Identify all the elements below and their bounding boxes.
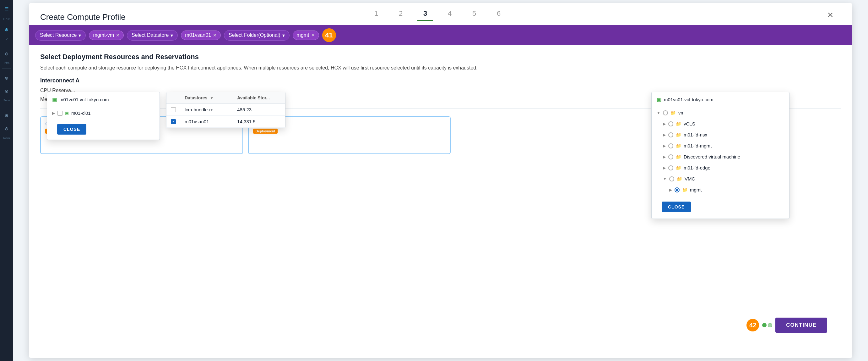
folder-icon-mgmt: 📁 [682,188,687,192]
panel-resource-vc: m01vc01.vcf-tokyo.com [59,97,109,102]
sidebar-icon-serv1[interactable]: ⊛ [1,72,12,84]
folder-item-edge[interactable]: ▶ 📁 m01-fd-edge [652,162,789,173]
folder-label-mgmt-fd: m01-fd-mgmt [684,143,712,148]
chevron-right-vcls: ▶ [663,122,666,126]
ds-col-check [166,92,180,104]
chevron-down-vmc: ▼ [663,177,667,181]
ds-name-1: m01vsan01 [180,116,233,128]
modal-container: Create Compute Profile 1 2 3 [13,0,868,361]
folder-label-discovered: Discovered virtual machine [684,154,740,160]
folder-item-vmc[interactable]: ▼ 📁 VMC [652,173,789,184]
ds-col-name: Datastores ▼ [180,92,233,104]
sidebar-icon-infra[interactable]: ⊙ [1,48,12,59]
sidebar: ☰ HCX ⊕ D ⊙ Infra ⊛ ⊗ Servi ⊕ ⊙ Syste [0,0,13,361]
tree-item-cluster[interactable]: ▶ ▣ m01-cl01 [47,107,159,119]
folder-icon-vmc: 📁 [677,176,682,182]
viz-badge-2: Deployment [253,129,278,134]
ds-row-0[interactable]: lcm-bundle-re... 485.23 [166,104,285,116]
stepper: 1 2 3 4 5 [368,9,506,25]
folder-radio-mgmt[interactable] [675,188,680,192]
ds-name-0: lcm-bundle-re... [180,104,233,116]
chevron-down-vm: ▼ [657,111,660,115]
chevron-down-icon-3: ▾ [282,32,285,38]
ds-checkbox-1[interactable]: ✓ [171,119,176,124]
sidebar-label-infra: Infra [4,61,9,64]
folder-icon-vcls: 📁 [676,121,681,127]
folder-item-vcls[interactable]: ▶ 📁 vCLS [652,118,789,129]
folder-chip: mgmt ✕ [293,30,319,40]
folder-icon-edge: 📁 [676,165,681,170]
sidebar-label-syste: Syste [3,136,10,139]
folder-icon-nsx: 📁 [676,132,681,137]
step-5[interactable]: 5 [466,9,482,25]
panel-resource: ▣ m01vc01.vcf-tokyo.com ▶ ▣ m01-cl01 CLO… [47,92,160,140]
sidebar-icon-menu[interactable]: ☰ [1,3,12,15]
step-1[interactable]: 1 [368,9,384,25]
step-6[interactable]: 6 [491,9,506,25]
folder-radio-nsx[interactable] [668,132,673,137]
datastore-chip-close[interactable]: ✕ [213,33,217,38]
step-6-num: 6 [497,9,501,20]
folder-radio-edge[interactable] [668,165,673,170]
filter-icon[interactable]: ▼ [210,96,214,100]
step-5-line [466,20,482,21]
cluster-label: m01-cl01 [71,110,91,116]
resource-toolbar: Select Resource ▾ mgmt-vm ✕ Select Datas… [29,25,852,45]
select-datastore-button[interactable]: Select Datastore ▾ [127,30,178,40]
step-4-line [442,20,458,21]
folder-label-mgmt: mgmt [690,187,702,192]
sidebar-icon-serv2[interactable]: ⊗ [1,86,12,97]
resource-chip-close[interactable]: ✕ [116,33,120,38]
step-2[interactable]: 2 [393,9,409,25]
folder-radio-vmc[interactable] [669,176,674,182]
folder-item-vm[interactable]: ▼ 📁 vm [652,107,789,118]
modal: Create Compute Profile 1 2 3 [29,3,852,358]
select-folder-button[interactable]: Select Folder(Optional) ▾ [224,30,289,40]
ds-checkbox-0[interactable] [171,107,176,112]
resource-chip: mgmt-vm ✕ [89,30,124,40]
continue-button[interactable]: CONTINUE [775,317,827,333]
step-2-num: 2 [399,9,403,20]
step-6-line [491,20,506,21]
folder-item-mgmt[interactable]: ▶ 📁 mgmt [652,184,789,195]
folder-label-vmc: VMC [685,176,695,182]
folder-radio-vcls[interactable] [668,121,673,127]
folder-item-nsx[interactable]: ▶ 📁 m01-fd-nsx [652,129,789,140]
ds-row-1[interactable]: ✓ m01vsan01 14,331.5 [166,116,285,128]
datastore-table: Datastores ▼ Available Stor... lcm-bundl… [166,92,285,128]
folder-radio-vm[interactable] [663,110,668,115]
step-4[interactable]: 4 [442,9,458,25]
step-1-num: 1 [374,9,378,20]
sidebar-icon-sys1[interactable]: ⊕ [1,110,12,121]
cluster-icon: ▣ [65,111,69,115]
modal-header: Create Compute Profile 1 2 3 [29,3,852,25]
cluster-checkbox[interactable] [58,111,62,116]
chevron-right-nsx: ▶ [663,133,666,137]
panel-datastore: Datastores ▼ Available Stor... lcm-bundl… [166,92,285,128]
panel-folder: ▣ m01vc01.vcf-tokyo.com ▼ 📁 vm ▶ 📁 vCLS [651,92,789,219]
folder-icon-vm: 📁 [671,110,676,115]
step-2-line [393,20,409,21]
modal-close-button[interactable]: ✕ [826,10,835,20]
chevron-down-icon: ▾ [79,32,81,38]
step-4-num: 4 [448,9,452,20]
folder-item-mgmt-fd[interactable]: ▶ 📁 m01-fd-mgmt [652,140,789,151]
modal-body: Select Deployment Resources and Reservat… [29,45,852,358]
folder-radio-mgmt-fd[interactable] [668,143,673,148]
sidebar-icon-sys2[interactable]: ⊙ [1,123,12,134]
modal-header-top: Create Compute Profile 1 2 3 [40,9,841,25]
folder-radio-discovered[interactable] [668,155,673,160]
sidebar-icon-d[interactable]: ⊕ [1,24,12,35]
folder-label-nsx: m01-fd-nsx [684,132,707,137]
panel-resource-close-button[interactable]: CLOSE [57,124,86,135]
panel-folder-close-button[interactable]: CLOSE [662,201,691,212]
step-3[interactable]: 3 [417,9,433,25]
select-resource-button[interactable]: Select Resource ▾ [35,30,86,40]
folder-item-discovered[interactable]: ▶ 📁 Discovered virtual machine [652,151,789,162]
step-5-num: 5 [472,9,476,20]
status-dot-active [762,323,767,327]
folder-chip-close[interactable]: ✕ [311,33,315,38]
panel-resource-header: ▣ m01vc01.vcf-tokyo.com [47,92,159,107]
sidebar-label-hcx: HCX [3,18,10,21]
modal-header-left: Create Compute Profile [40,12,368,22]
